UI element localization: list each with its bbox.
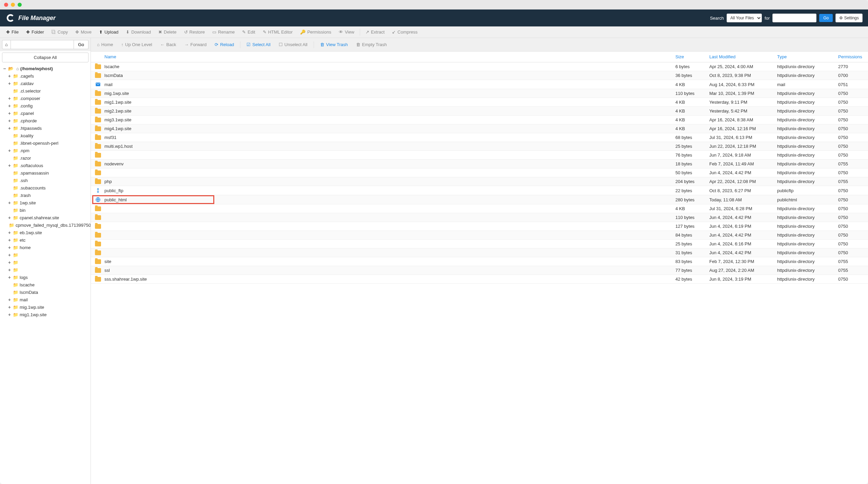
tree-item[interactable]: +📁.htpasswds xyxy=(1,125,89,132)
search-scope-select[interactable]: All Your Files xyxy=(727,14,762,22)
tree-item[interactable]: +📁.composer xyxy=(1,95,89,102)
maximize-window-button[interactable] xyxy=(18,3,22,7)
tree-item[interactable]: +📁 xyxy=(1,251,89,259)
column-permissions[interactable]: Permissions xyxy=(834,52,868,62)
settings-button[interactable]: ⚙ Settings xyxy=(835,14,863,22)
expand-toggle[interactable]: + xyxy=(7,81,12,87)
expand-toggle[interactable]: + xyxy=(7,125,12,132)
expand-toggle[interactable]: + xyxy=(7,103,12,109)
table-row[interactable]: lscache 6 bytes Apr 25, 2024, 4:00 AM ht… xyxy=(91,62,868,71)
reload-button[interactable]: ⟳Reload xyxy=(211,40,237,49)
expand-toggle[interactable]: + xyxy=(7,245,12,251)
home-button[interactable]: ⌂ xyxy=(2,40,11,49)
table-row[interactable]: public_html 280 bytes Today, 11:08 AM pu… xyxy=(91,195,868,204)
expand-toggle[interactable]: + xyxy=(7,260,12,266)
tree-item[interactable]: +📁eb.1wp.site xyxy=(1,229,89,237)
compress-button[interactable]: ↙Compress xyxy=(389,28,421,36)
table-row[interactable]: msf31 68 bytes Jul 31, 2024, 6:13 PM htt… xyxy=(91,133,868,142)
nav-up-button[interactable]: ↑Up One Level xyxy=(118,40,156,49)
expand-toggle[interactable]: + xyxy=(7,275,12,281)
tree-item[interactable]: 📁.spamassassin xyxy=(1,169,89,177)
table-row[interactable]: lscmData 36 bytes Oct 8, 2023, 9:38 PM h… xyxy=(91,71,868,80)
table-row[interactable]: site 83 bytes Feb 7, 2024, 12:30 PM http… xyxy=(91,257,868,266)
folder-button[interactable]: ✚Folder xyxy=(23,28,47,36)
table-row[interactable]: nodevenv 18 bytes Feb 7, 2024, 11:49 AM … xyxy=(91,160,868,168)
expand-toggle[interactable]: + xyxy=(7,110,12,117)
tree-item[interactable]: 📁.subaccounts xyxy=(1,184,89,192)
tree-item[interactable]: +📁.npm xyxy=(1,147,89,155)
rename-button[interactable]: ▭Rename xyxy=(209,28,238,36)
select-all-button[interactable]: ☑Select All xyxy=(243,40,274,49)
expand-toggle[interactable]: + xyxy=(7,230,12,236)
table-row[interactable]: 4 KB Jul 31, 2024, 6:28 PM httpd/unix-di… xyxy=(91,204,868,213)
search-input[interactable] xyxy=(772,14,816,22)
table-row[interactable]: sss.shahrear.1wp.site 42 bytes Jun 8, 20… xyxy=(91,275,868,284)
tree-root[interactable]: − 📂 ⌂ (/home/wphost) xyxy=(1,65,89,73)
file-button[interactable]: ✚File xyxy=(3,28,22,36)
edit-button[interactable]: ✎Edit xyxy=(239,28,258,36)
close-window-button[interactable] xyxy=(4,3,8,7)
expand-toggle[interactable]: + xyxy=(7,148,12,154)
extract-button[interactable]: ↗Extract xyxy=(362,28,388,36)
tree-item[interactable]: 📁bin xyxy=(1,207,89,214)
html-editor-button[interactable]: ✎HTML Editor xyxy=(259,28,296,36)
tree-item[interactable]: +📁cpanel.shahrear.site xyxy=(1,214,89,222)
tree-item[interactable]: 📁cpmove_failed_mysql_dbs.1713997507 xyxy=(1,222,89,229)
nav-home-button[interactable]: ⌂Home xyxy=(94,40,117,49)
restore-button[interactable]: ↺Restore xyxy=(181,28,209,36)
tree-item[interactable]: +📁etc xyxy=(1,237,89,244)
table-row[interactable]: mig3.1wp.site 4 KB Apr 16, 2024, 8:38 AM… xyxy=(91,116,868,124)
table-row[interactable]: public_ftp 22 bytes Oct 8, 2023, 6:27 PM… xyxy=(91,186,868,195)
delete-button[interactable]: ✖Delete xyxy=(155,28,180,36)
view-button[interactable]: 👁View xyxy=(335,28,358,36)
tree-item[interactable]: 📁.libnet-openssh-perl xyxy=(1,140,89,147)
minimize-window-button[interactable] xyxy=(11,3,15,7)
tree-item[interactable]: +📁.cagefs xyxy=(1,73,89,80)
path-go-button[interactable]: Go xyxy=(74,40,88,49)
search-go-button[interactable]: Go xyxy=(819,14,833,22)
expand-toggle[interactable]: + xyxy=(7,267,12,273)
move-button[interactable]: ✥Move xyxy=(72,28,95,36)
expand-toggle[interactable]: + xyxy=(7,312,12,318)
tree-item[interactable]: +📁 xyxy=(1,266,89,274)
nav-forward-button[interactable]: →Forward xyxy=(181,40,210,49)
tree-item[interactable]: +📁 xyxy=(1,259,89,266)
expand-toggle[interactable]: + xyxy=(7,73,12,79)
table-row[interactable]: 76 bytes Jun 7, 2024, 9:18 AM httpd/unix… xyxy=(91,151,868,160)
column-name[interactable]: Name xyxy=(91,52,671,62)
expand-toggle[interactable]: + xyxy=(7,252,12,258)
tree-item[interactable]: 📁.trash xyxy=(1,192,89,199)
tree-item[interactable]: 📁.ssh xyxy=(1,177,89,184)
table-row[interactable]: mig.1wp.site 110 bytes Mar 10, 2024, 1:3… xyxy=(91,89,868,98)
table-row[interactable]: 127 bytes Jun 4, 2024, 6:19 PM httpd/uni… xyxy=(91,222,868,231)
table-row[interactable]: mig2.1wp.site 4 KB Yesterday, 5:42 PM ht… xyxy=(91,107,868,116)
path-input[interactable] xyxy=(11,40,74,49)
tree-item[interactable]: +📁.softaculous xyxy=(1,162,89,169)
table-row[interactable]: 31 bytes Jun 4, 2024, 4:42 PM httpd/unix… xyxy=(91,248,868,257)
tree-item[interactable]: 📁.razor xyxy=(1,155,89,162)
tree-item[interactable]: 📁lscmData xyxy=(1,289,89,296)
tree-item[interactable]: +📁mig1.1wp.site xyxy=(1,311,89,319)
expand-toggle[interactable]: + xyxy=(7,118,12,124)
table-row[interactable]: 110 bytes Jun 4, 2024, 4:42 PM httpd/uni… xyxy=(91,213,868,222)
upload-button[interactable]: ⬆Upload xyxy=(96,28,122,36)
unselect-all-button[interactable]: ☐Unselect All xyxy=(275,40,311,49)
column-modified[interactable]: Last Modified xyxy=(705,52,773,62)
expand-toggle[interactable]: + xyxy=(7,237,12,243)
view-trash-button[interactable]: 🗑View Trash xyxy=(317,40,351,49)
empty-trash-button[interactable]: 🗑Empty Trash xyxy=(353,40,390,49)
expand-toggle[interactable]: + xyxy=(7,297,12,303)
expand-toggle[interactable]: + xyxy=(7,200,12,206)
table-row[interactable]: multi.wp1.host 25 bytes Jun 22, 2024, 12… xyxy=(91,142,868,151)
tree-item[interactable]: +📁logs xyxy=(1,274,89,281)
expand-toggle[interactable]: + xyxy=(7,215,12,221)
tree-item[interactable]: +📁.cpanel xyxy=(1,110,89,117)
tree-item[interactable]: 📁.koality xyxy=(1,132,89,140)
table-row[interactable]: php 204 bytes Apr 22, 2024, 12:08 PM htt… xyxy=(91,177,868,186)
table-row[interactable]: mail 4 KB Aug 14, 2024, 6:33 PM mail 075… xyxy=(91,80,868,89)
expand-toggle[interactable]: − xyxy=(3,66,7,72)
download-button[interactable]: ⬇Download xyxy=(122,28,154,36)
table-row[interactable]: 84 bytes Jun 4, 2024, 4:42 PM httpd/unix… xyxy=(91,231,868,240)
tree-item[interactable]: +📁mail xyxy=(1,296,89,304)
tree-item[interactable]: +📁1wp.site xyxy=(1,199,89,207)
